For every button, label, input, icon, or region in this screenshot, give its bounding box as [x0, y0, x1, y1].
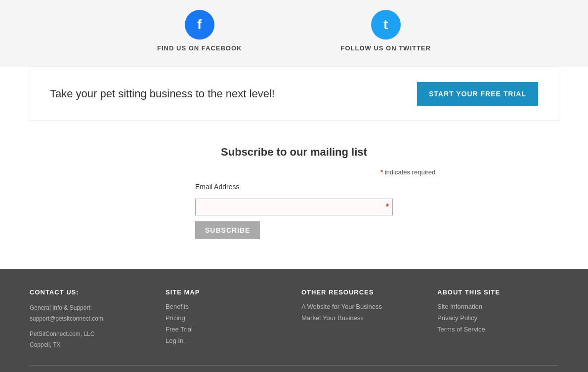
- twitter-icon[interactable]: t: [371, 10, 401, 40]
- footer-sitemap-links: Benefits Pricing Free Trial Log In: [166, 303, 287, 344]
- footer-contact-title: CONTACT US:: [30, 289, 151, 296]
- required-note: * indicates required: [380, 168, 578, 176]
- footer-contact-info: General Info & Support: support@petsitco…: [30, 303, 151, 324]
- subscribe-section: Subscribe to our mailing list * indicate…: [0, 121, 588, 269]
- footer-bottom: © 2022 PetSitConnect.com, LLC | Hosted a…: [30, 365, 558, 372]
- footer-grid: CONTACT US: General Info & Support: supp…: [30, 289, 558, 350]
- footer-sitemap-col: SITE MAP Benefits Pricing Free Trial Log…: [166, 289, 287, 350]
- twitter-social-item[interactable]: t FOLLOW US ON TWITTER: [340, 10, 430, 52]
- email-required-star: *: [386, 203, 389, 211]
- about-link-terms[interactable]: Terms of Service: [437, 326, 558, 333]
- cta-banner: Take your pet sitting business to the ne…: [30, 67, 558, 121]
- facebook-social-item[interactable]: f FIND US ON FACEBOOK: [157, 10, 242, 52]
- footer-about-title: ABOUT THIS SITE: [437, 289, 558, 296]
- subscribe-button[interactable]: SUBSCRIBE: [195, 221, 260, 239]
- resources-link-market[interactable]: Market Your Business: [301, 314, 422, 322]
- resources-link-website[interactable]: A Website for Your Business: [301, 303, 422, 310]
- about-link-site-info[interactable]: Site Information: [437, 303, 558, 310]
- social-section: f FIND US ON FACEBOOK t FOLLOW US ON TWI…: [0, 0, 588, 67]
- footer-contact-company: PetSitConnect.com, LLC Coppell, TX: [30, 329, 151, 350]
- facebook-label: FIND US ON FACEBOOK: [157, 44, 242, 52]
- cta-text: Take your pet sitting business to the ne…: [50, 87, 275, 100]
- sitemap-link-login[interactable]: Log In: [166, 337, 287, 344]
- footer-contact-col: CONTACT US: General Info & Support: supp…: [30, 289, 151, 350]
- footer-resources-links: A Website for Your Business Market Your …: [301, 303, 422, 322]
- email-input-wrapper: *: [195, 199, 393, 215]
- subscribe-form: Email Address * SUBSCRIBE: [195, 183, 393, 239]
- footer-resources-title: OTHER RESOURCES: [301, 289, 422, 296]
- sitemap-link-benefits[interactable]: Benefits: [166, 303, 287, 310]
- footer-sitemap-title: SITE MAP: [166, 289, 287, 296]
- start-free-trial-button[interactable]: START YOUR FREE TRIAL: [417, 82, 538, 106]
- sitemap-link-free-trial[interactable]: Free Trial: [166, 326, 287, 333]
- asterisk-icon: *: [380, 168, 383, 176]
- footer-resources-col: OTHER RESOURCES A Website for Your Busin…: [301, 289, 422, 350]
- facebook-icon[interactable]: f: [185, 10, 214, 40]
- email-label: Email Address: [195, 183, 393, 191]
- footer: CONTACT US: General Info & Support: supp…: [0, 269, 588, 372]
- sitemap-link-pricing[interactable]: Pricing: [166, 314, 287, 322]
- email-input[interactable]: [195, 199, 393, 215]
- twitter-label: FOLLOW US ON TWITTER: [340, 44, 430, 52]
- footer-about-col: ABOUT THIS SITE Site Information Privacy…: [437, 289, 558, 350]
- about-link-privacy[interactable]: Privacy Policy: [437, 314, 558, 322]
- subscribe-title: Subscribe to our mailing list: [221, 146, 367, 159]
- footer-about-links: Site Information Privacy Policy Terms of…: [437, 303, 558, 333]
